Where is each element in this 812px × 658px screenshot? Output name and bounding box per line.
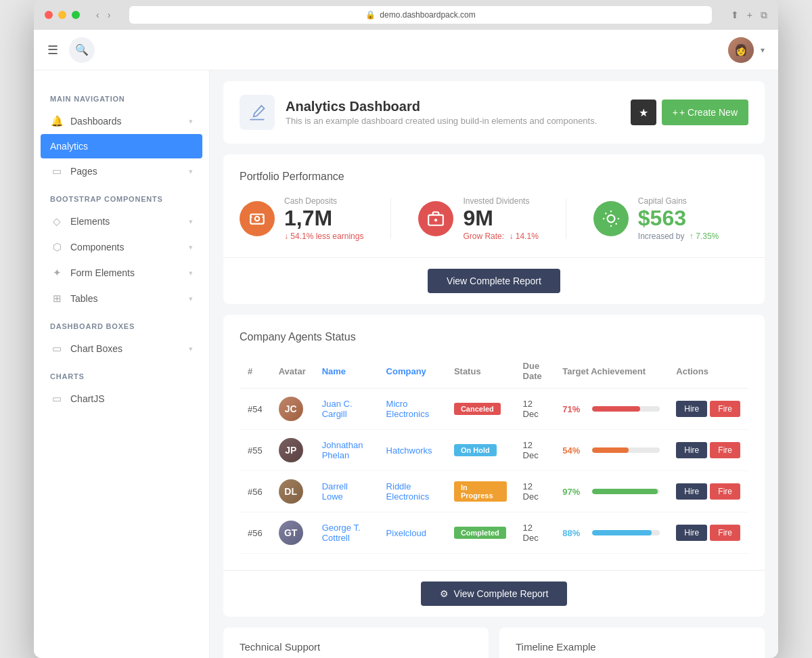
traffic-light-green[interactable]	[72, 11, 80, 19]
table-row: #54 JC Juan C. Cargill Micro Electronics…	[240, 389, 748, 430]
chartjs-label: ChartJS	[70, 393, 105, 404]
tables-arrow: ▾	[189, 294, 193, 303]
status-badge: In Progress	[454, 481, 507, 502]
row-company: Hatchworks	[378, 430, 446, 471]
avatar: DL	[279, 479, 303, 504]
hire-button[interactable]: Hire	[676, 442, 707, 458]
view-report-button[interactable]: View Complete Report	[428, 269, 560, 293]
star-button[interactable]: ★	[631, 100, 656, 125]
sidebar-item-dashboards[interactable]: 🔔 Dashboards ▾	[34, 108, 209, 134]
portfolio-title: Portfolio Performance	[240, 171, 748, 183]
hamburger-icon[interactable]: ☰	[47, 43, 58, 58]
agents-table: # Avatar Name Company Status Due Date Ta…	[240, 354, 748, 554]
sidebar-item-components[interactable]: ⬡ Components ▾	[34, 234, 209, 260]
create-new-button[interactable]: + + Create New	[662, 100, 748, 125]
fire-button[interactable]: Fire	[710, 442, 740, 458]
create-new-label: + Create New	[679, 107, 738, 118]
dashboards-label: Dashboards	[70, 116, 122, 127]
bootstrap-label: BOOTSTRAP COMPONENTS	[34, 184, 209, 209]
progress-bar-bg	[592, 489, 660, 494]
dashboard-icon: 🔔	[50, 115, 64, 127]
row-actions: Hire Fire	[668, 389, 748, 430]
agent-name-link[interactable]: George T. Cottrell	[322, 523, 361, 543]
pages-label: Pages	[70, 166, 97, 177]
pages-icon: ▭	[50, 165, 64, 177]
sidebar-item-pages[interactable]: ▭ Pages ▾	[34, 158, 209, 184]
user-avatar[interactable]: 👩	[728, 37, 754, 63]
progress-bar-fill	[592, 447, 629, 453]
svg-line-8	[605, 213, 606, 215]
col-target: Target Achievement	[554, 354, 668, 389]
search-button[interactable]: 🔍	[69, 37, 95, 63]
lock-icon: 🔒	[365, 10, 376, 20]
invested-dividents-label: Invested Dividents	[463, 196, 538, 206]
hire-button[interactable]: Hire	[676, 401, 707, 417]
top-bar: ☰ 🔍 👩 ▾	[34, 30, 778, 70]
table-row: #56 DL Darrell Lowe Riddle Electronics I…	[240, 471, 748, 512]
timeline-example-card: Timeline Example	[499, 628, 765, 658]
view-report-agents-button[interactable]: ⚙ View Complete Report	[421, 582, 568, 606]
sidebar-item-elements[interactable]: ◇ Elements ▾	[34, 209, 209, 234]
share-icon[interactable]: ⬆	[731, 9, 739, 21]
row-name: Darrell Lowe	[314, 471, 378, 512]
invested-dividents-value: 9M	[463, 207, 538, 229]
agents-card: Company Agents Status # Avatar Name Comp…	[223, 315, 765, 617]
company-link[interactable]: Hatchworks	[386, 445, 432, 456]
technical-support-card: Technical Support	[223, 628, 489, 658]
row-avatar: JP	[271, 430, 314, 471]
cash-deposits-stat: Cash Deposits 1,7M ↓ 54.1% less earnings	[240, 196, 363, 241]
row-name: George T. Cottrell	[314, 512, 378, 554]
fire-button[interactable]: Fire	[710, 525, 740, 541]
row-due-date: 12 Dec	[515, 471, 555, 512]
traffic-light-yellow[interactable]	[58, 11, 66, 19]
svg-rect-0	[250, 215, 264, 224]
charts-label: CHARTS	[34, 361, 209, 386]
agent-name-link[interactable]: Darrell Lowe	[322, 481, 348, 502]
url-bar[interactable]: 🔒 demo.dashboardpack.com	[129, 6, 711, 24]
row-target: 97%	[554, 471, 668, 512]
hire-button[interactable]: Hire	[676, 525, 707, 541]
fire-button[interactable]: Fire	[710, 401, 740, 417]
row-avatar: JC	[271, 389, 314, 430]
cash-deposits-change: ↓ 54.1% less earnings	[284, 232, 363, 241]
dashboard-boxes-label: DASHBOARD BOXES	[34, 311, 209, 336]
split-icon[interactable]: ⧉	[761, 9, 767, 21]
avatar: JP	[279, 438, 303, 462]
tables-label: Tables	[70, 293, 97, 304]
new-tab-icon[interactable]: +	[747, 9, 752, 21]
agent-name-link[interactable]: Juan C. Cargill	[322, 399, 353, 419]
pages-arrow: ▾	[189, 167, 193, 176]
invested-dividents-icon	[418, 201, 453, 236]
tables-icon: ⊞	[50, 292, 64, 305]
sidebar-item-tables[interactable]: ⊞ Tables ▾	[34, 286, 209, 311]
company-link[interactable]: Micro Electronics	[386, 399, 430, 419]
row-company: Pixelcloud	[378, 512, 446, 554]
chart-boxes-label: Chart Boxes	[70, 343, 122, 354]
traffic-light-red[interactable]	[45, 11, 53, 19]
company-link[interactable]: Pixelcloud	[386, 528, 426, 538]
sidebar-item-form-elements[interactable]: ✦ Form Elements ▾	[34, 260, 209, 286]
invested-dividents-stat: Invested Dividents 9M Grow Rate: ↓ 14.1%	[418, 196, 538, 241]
status-badge: Completed	[454, 527, 506, 539]
gear-icon: ⚙	[440, 588, 449, 599]
sidebar-item-chartjs[interactable]: ▭ ChartJS	[34, 386, 209, 412]
progress-bar-bg	[592, 447, 660, 453]
avatar: JC	[279, 397, 303, 421]
page-header-icon	[240, 95, 275, 130]
agent-name-link[interactable]: Johnathan Phelan	[322, 440, 363, 460]
progress-bar-fill	[592, 406, 640, 412]
sidebar-item-chart-boxes[interactable]: ▭ Chart Boxes ▾	[34, 336, 209, 361]
svg-line-9	[616, 223, 617, 225]
company-link[interactable]: Riddle Electronics	[386, 481, 430, 502]
dashboards-arrow: ▾	[189, 117, 193, 126]
analytics-label: Analytics	[50, 141, 88, 152]
back-icon[interactable]: ‹	[96, 9, 99, 20]
avatar-image: 👩	[728, 37, 754, 63]
hire-button[interactable]: Hire	[676, 483, 707, 500]
fire-button[interactable]: Fire	[710, 483, 740, 500]
increased-by-value: ↑ 7.35%	[690, 232, 719, 241]
sidebar-item-analytics[interactable]: Analytics	[41, 134, 202, 158]
progress-bar-fill	[592, 530, 652, 535]
forward-icon[interactable]: ›	[108, 9, 111, 20]
user-dropdown-arrow[interactable]: ▾	[761, 45, 765, 55]
